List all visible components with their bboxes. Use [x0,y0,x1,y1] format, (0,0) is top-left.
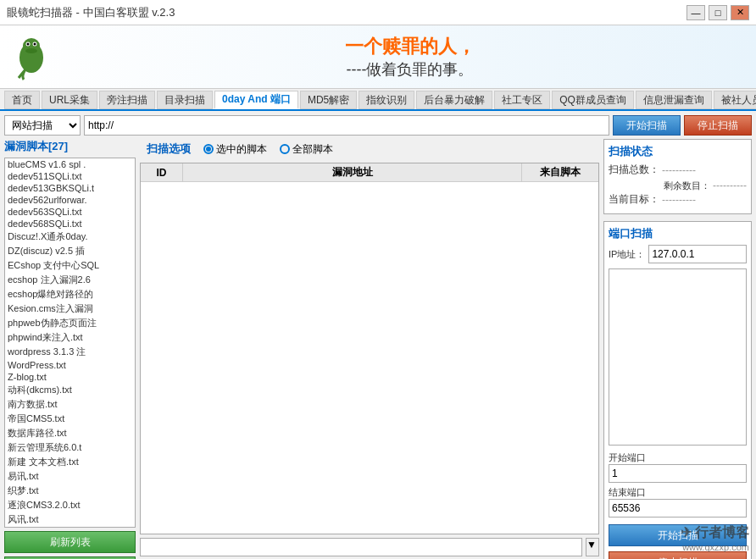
center-panel: 扫描选项 选中的脚本 全部脚本 ID 漏洞地址 来自脚本 [140,139,599,559]
tab-social[interactable]: 社工专区 [494,91,550,109]
script-list-item[interactable]: 动科(dkcms).txt [5,383,135,397]
script-list[interactable]: blueCMS v1.6 spl .dedev511SQLi.txtdedev5… [4,158,136,528]
script-list-item[interactable]: 南方数据.txt [5,397,135,412]
total-label: 扫描总数： [609,163,659,177]
scan-options-label: 扫描选项 [147,141,191,157]
svg-point-5 [34,42,36,45]
port-scan-box: 端口扫描 IP地址： 开始端口 结束端口 开始扫描 停止 [603,221,752,559]
script-list-item[interactable]: dedev513GBKSQLi.t [5,182,135,194]
end-port-input[interactable] [609,499,747,517]
end-port-label: 结束端口 [609,486,747,499]
script-list-item[interactable]: ECshop 支付中心SQL [5,258,135,273]
script-list-item[interactable]: dedev563SQLi.txt [5,206,135,218]
radio-selected-icon [203,144,214,154]
watermark: ✈ 行者博客 www.qxzxp.com [681,524,749,552]
script-list-item[interactable]: phpwind来注入.txt [5,330,135,345]
left-panel: 漏洞脚本[27] blueCMS v1.6 spl .dedev511SQLi.… [4,139,136,559]
remaining-value: ---------- [713,180,747,192]
watermark-line2: www.qxzxp.com [682,542,749,552]
script-list-item[interactable]: Discuz!.X通杀0day. [5,230,135,244]
scan-status-title: 扫描状态 [609,144,747,159]
script-list-item[interactable]: ecshop 注入漏洞2.6 [5,273,135,287]
port-scan-title: 端口扫描 [609,226,747,241]
script-list-item[interactable]: 数据库路径.txt [5,426,135,440]
window-controls: — □ ✕ [687,5,749,20]
stop-port-button[interactable]: 停止扫描 [609,551,747,559]
script-list-item[interactable]: blueCMS v1.6 spl . [5,158,135,170]
table-body [141,182,598,534]
top-bar: 网站扫描 批量扫描 文件扫描 开始扫描 停止扫描 [4,115,752,136]
radio-all-scripts[interactable]: 全部脚本 [280,142,333,157]
app-title: 眼镜蛇扫描器 - 中国白客联盟 v.2.3 [7,5,175,20]
results-area: ID 漏洞地址 来自脚本 [140,163,599,534]
script-list-item[interactable]: ecshop爆绝对路径的 [5,287,135,302]
tab-url[interactable]: URL采集 [42,91,97,109]
watermark-line1: ✈ 行者博客 [681,524,749,542]
total-row: 扫描总数： ---------- [609,163,747,177]
tab-0day[interactable]: 0day And 端口 [214,91,298,109]
tab-home[interactable]: 首页 [4,91,40,109]
minimize-button[interactable]: — [687,5,705,20]
script-list-item[interactable]: DZ(discuz) v2.5 插 [5,244,135,258]
script-list-item[interactable]: Z-blog.txt [5,371,135,383]
col-id: ID [141,163,183,181]
script-list-item[interactable]: 新建 文本文档.txt [5,455,135,469]
slogan-area: 一个赎罪的人， ----做着负罪的事。 [72,34,748,80]
header: 一个赎罪的人， ----做着负罪的事。 [0,25,756,89]
script-panel-title: 漏洞脚本[27] [4,139,136,154]
logo-area [8,34,55,80]
start-port-input[interactable] [609,464,747,483]
tab-side-scan[interactable]: 旁注扫描 [99,91,155,109]
refresh-list-button[interactable]: 刷新列表 [4,531,136,553]
main-content: 网站扫描 批量扫描 文件扫描 开始扫描 停止扫描 漏洞脚本[27] blueCM… [0,111,756,559]
remaining-label: 剩余数目： [664,180,710,192]
script-list-item[interactable]: WordPress.txt [5,359,135,371]
radio-all-icon [280,144,290,154]
start-port-label: 开始端口 [609,451,747,464]
tab-md5[interactable]: MD5解密 [300,91,357,109]
tab-qq[interactable]: QQ群成员查询 [552,91,634,109]
slogan-line2: ----做着负罪的事。 [347,59,474,80]
total-value: ---------- [662,164,696,176]
current-label: 当前目标： [609,192,659,207]
titlebar: 眼镜蛇扫描器 - 中国白客联盟 v.2.3 — □ ✕ [0,0,756,25]
script-list-item[interactable]: dedev568SQLi.txt [5,218,135,230]
radio-selected-scripts[interactable]: 选中的脚本 [203,142,267,157]
script-list-item[interactable]: 新云管理系统6.0.t [5,440,135,455]
scrollbar-button[interactable]: ▼ [586,538,599,556]
script-list-item[interactable]: 风讯.txt [5,512,135,527]
tab-dir-scan[interactable]: 目录扫描 [157,91,213,109]
tab-fingerprint[interactable]: 指纹识别 [359,91,414,109]
tab-info-leak[interactable]: 信息泄漏查询 [636,91,712,109]
script-list-item[interactable]: 织梦.txt [5,484,135,498]
script-list-item[interactable]: 易讯.txt [5,469,135,484]
slogan-line1: 一个赎罪的人， [345,34,475,59]
col-from-script: 来自脚本 [522,163,598,181]
script-list-item[interactable]: phpweb伪静态页面注 [5,316,135,330]
table-header: ID 漏洞地址 来自脚本 [141,163,598,182]
radio-all-label: 全部脚本 [292,142,333,157]
tab-stats[interactable]: 被社人员统计 [714,91,756,109]
script-list-item[interactable]: dedev562urlforwar. [5,194,135,206]
middle-section: 漏洞脚本[27] blueCMS v1.6 spl .dedev511SQLi.… [4,139,752,559]
start-scan-button[interactable]: 开始扫描 [613,115,681,136]
url-input[interactable] [84,115,609,136]
close-button[interactable]: ✕ [731,5,749,20]
ip-input[interactable] [648,245,747,263]
logo-icon [8,34,55,80]
radio-selected-label: 选中的脚本 [216,142,267,157]
script-list-item[interactable]: wordpress 3.1.3 注 [5,345,135,359]
filter-input[interactable] [140,538,582,556]
svg-point-6 [25,48,37,53]
script-list-item[interactable]: Kesion.cms注入漏洞 [5,302,135,316]
script-list-item[interactable]: dedev511SQLi.txt [5,170,135,182]
current-row: 当前目标： ---------- [609,192,747,207]
stop-scan-button[interactable]: 停止扫描 [684,115,752,136]
scan-type-select[interactable]: 网站扫描 批量扫描 文件扫描 [4,115,81,136]
scan-options: 扫描选项 选中的脚本 全部脚本 [140,139,599,159]
script-list-item[interactable]: 逐浪CMS3.2.0.txt [5,498,135,512]
script-list-item[interactable]: 帝国CMS5.txt [5,412,135,426]
tab-brute[interactable]: 后台暴力破解 [416,91,492,109]
scan-status-box: 扫描状态 扫描总数： ---------- 剩余数目： ---------- 当… [603,139,752,214]
maximize-button[interactable]: □ [709,5,727,20]
